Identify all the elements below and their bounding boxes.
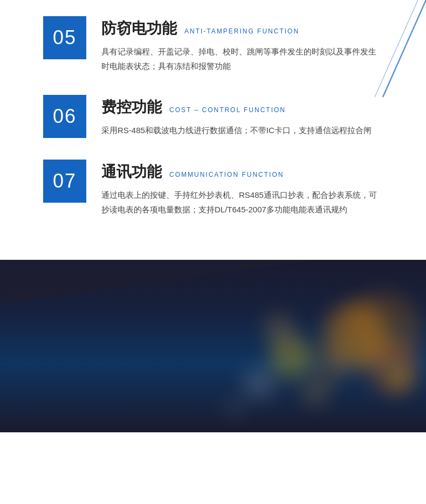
page-wrapper: 05 防窃电功能 ANTI-TAMPERING FUNCTION 具有记录编程、… (0, 0, 426, 504)
feature-05-content: 防窃电功能 ANTI-TAMPERING FUNCTION 具有记录编程、开盖记… (101, 16, 383, 73)
feature-07-title-row: 通讯功能 COMMUNICATION FUNCTION (101, 162, 383, 182)
feature-06-title-en: COST – CONTROL FUNCTION (169, 106, 286, 114)
bokeh-10 (264, 314, 294, 343)
feature-07-block: 07 通讯功能 COMMUNICATION FUNCTION 通过电表上的按键、… (43, 160, 383, 217)
bokeh-7 (388, 368, 410, 389)
feature-05-block: 05 防窃电功能 ANTI-TAMPERING FUNCTION 具有记录编程、… (43, 16, 383, 73)
bottom-photo-section (0, 260, 426, 432)
feature-05-title-en: ANTI-TAMPERING FUNCTION (184, 27, 299, 35)
feature-06-title-zh: 费控功能 (101, 97, 162, 118)
feature-05-title-zh: 防窃电功能 (101, 18, 177, 39)
feature-07-title-en: COMMUNICATION FUNCTION (169, 171, 284, 178)
feature-06-title-row: 费控功能 COST – CONTROL FUNCTION (101, 97, 383, 118)
feature-07-content: 通讯功能 COMMUNICATION FUNCTION 通过电表上的按键、手持红… (101, 160, 383, 217)
bokeh-4 (243, 368, 275, 400)
feature-06-content: 费控功能 COST – CONTROL FUNCTION 采用RS-485和载波… (101, 95, 383, 137)
feature-05-desc: 具有记录编程、开盖记录、掉电、校时、跳闸等事件发生的时刻以及事件发生时电能表状态… (101, 44, 383, 73)
number-box-07: 07 (43, 160, 86, 203)
svg-line-0 (383, 0, 426, 97)
bokeh-8 (313, 346, 351, 384)
bokeh-6 (345, 292, 421, 368)
feature-06-desc: 采用RS-485和载波电力线进行数据通信；不带IC卡口，支持通信远程拉合闸 (101, 123, 383, 137)
number-box-05: 05 (43, 16, 86, 59)
feature-06-block: 06 费控功能 COST – CONTROL FUNCTION 采用RS-485… (43, 95, 383, 138)
feature-07-desc: 通过电表上的按键、手持红外抄表机、RS485通讯口抄表，配合抄表系统，可抄读电表… (101, 188, 383, 217)
number-box-06: 06 (43, 95, 86, 138)
number-06: 06 (53, 105, 77, 128)
content-area: 05 防窃电功能 ANTI-TAMPERING FUNCTION 具有记录编程、… (0, 0, 426, 260)
feature-07-title-zh: 通讯功能 (101, 162, 162, 182)
number-07: 07 (53, 170, 77, 192)
bokeh-9 (226, 400, 243, 416)
feature-05-title-row: 防窃电功能 ANTI-TAMPERING FUNCTION (101, 18, 383, 39)
number-05: 05 (53, 26, 77, 49)
